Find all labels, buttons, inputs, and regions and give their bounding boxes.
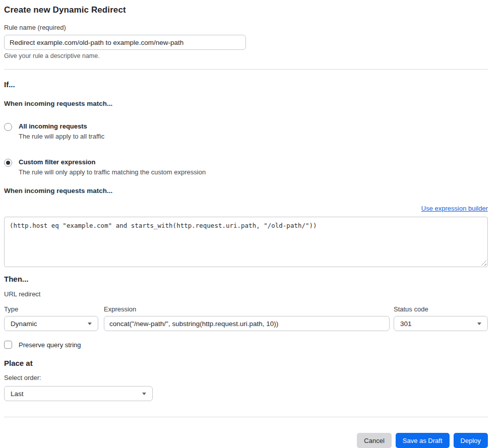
use-expression-builder-link[interactable]: Use expression builder <box>421 205 488 212</box>
radio-option-all-requests[interactable]: All incoming requests The rule will appl… <box>4 122 488 140</box>
page-title: Create new Dynamic Redirect <box>4 5 488 15</box>
create-redirect-form: Create new Dynamic Redirect Rule name (r… <box>4 5 488 448</box>
if-heading: If... <box>4 80 488 89</box>
expression-label: Expression <box>104 305 390 313</box>
radio-all-requests[interactable] <box>4 123 12 131</box>
url-redirect-subtitle: URL redirect <box>4 290 488 298</box>
radio-custom-filter-description: The rule will only apply to traffic matc… <box>19 168 206 176</box>
redirect-fields-row: Type Dynamic Expression Status code 301 <box>4 305 488 331</box>
chevron-down-icon <box>477 323 481 325</box>
preserve-query-label[interactable]: Preserve query string <box>19 341 81 349</box>
status-code-select[interactable]: 301 <box>394 316 488 331</box>
footer-divider <box>4 417 488 417</box>
radio-all-requests-description: The rule will apply to all traffic <box>19 133 104 140</box>
status-code-select-value: 301 <box>400 320 412 328</box>
filter-expression-textarea[interactable]: (http.host eq "example.com" and starts_w… <box>4 217 488 267</box>
builder-link-row: Use expression builder <box>4 205 488 212</box>
select-order-label: Select order: <box>4 374 488 381</box>
expression-match-heading: When incoming requests match... <box>4 187 488 195</box>
save-as-draft-button[interactable]: Save as Draft <box>396 433 450 448</box>
preserve-query-row[interactable]: Preserve query string <box>4 341 488 349</box>
incoming-match-heading: When incoming requests match... <box>4 100 488 107</box>
rule-name-input[interactable] <box>4 35 246 50</box>
type-select[interactable]: Dynamic <box>4 316 98 331</box>
footer-actions: Cancel Save as Draft Deploy <box>4 433 488 448</box>
chevron-down-icon <box>88 323 92 325</box>
then-heading: Then... <box>4 275 488 283</box>
radio-custom-filter-label[interactable]: Custom filter expression <box>19 158 206 166</box>
deploy-button[interactable]: Deploy <box>454 433 488 448</box>
expression-input[interactable] <box>104 316 390 331</box>
radio-all-requests-label[interactable]: All incoming requests <box>19 122 104 130</box>
radio-custom-filter[interactable] <box>4 159 12 167</box>
order-select-value: Last <box>11 390 24 398</box>
status-code-label: Status code <box>394 305 488 313</box>
order-select[interactable]: Last <box>4 386 153 401</box>
chevron-down-icon <box>142 393 146 395</box>
radio-option-custom-filter[interactable]: Custom filter expression The rule will o… <box>4 158 488 176</box>
filter-expression-area: (http.host eq "example.com" and starts_w… <box>4 217 488 269</box>
rule-name-label: Rule name (required) <box>4 24 488 31</box>
preserve-query-checkbox[interactable] <box>4 341 12 349</box>
cancel-button[interactable]: Cancel <box>357 433 391 448</box>
type-select-value: Dynamic <box>11 320 37 328</box>
type-label: Type <box>4 305 98 313</box>
section-divider <box>4 69 488 70</box>
rule-name-helper: Give your rule a descriptive name. <box>4 52 488 59</box>
place-at-heading: Place at <box>4 359 488 367</box>
